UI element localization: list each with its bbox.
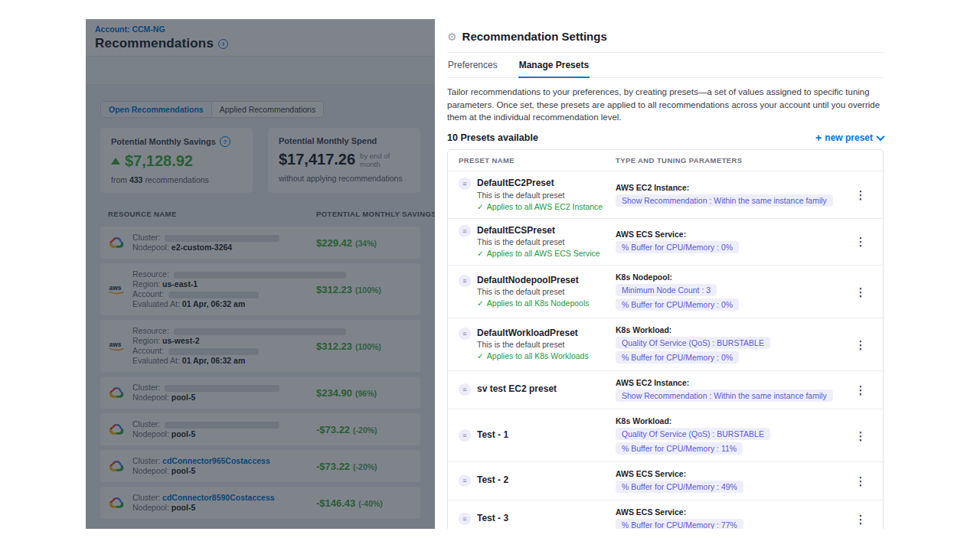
column-actions xyxy=(849,156,872,165)
preset-name: Test - 1 xyxy=(477,430,508,440)
preset-name: Test - 2 xyxy=(477,475,508,485)
settings-tabs: PreferencesManage Presets xyxy=(447,53,884,78)
preset-row: ≡sv test EC2 presetAWS EC2 Instance:Show… xyxy=(448,370,883,409)
preset-row: ≡DefaultNodepoolPresetThis is the defaul… xyxy=(448,265,883,318)
presets-count-label: 10 Presets available xyxy=(447,132,538,143)
preset-row: ≡Test - 2AWS ECS Service:% Buffer for CP… xyxy=(448,461,883,500)
presets-table-header: PRESET NAME TYPE AND TUNING PARAMETERS xyxy=(448,150,883,171)
preset-name-cell: ≡Test - 1 xyxy=(459,427,616,445)
preset-name-cell: ≡DefaultECSPresetThis is the default pre… xyxy=(459,223,616,262)
preset-row: ≡Test - 1K8s Workload:Quality Of Service… xyxy=(448,409,883,461)
tuning-parameter-chip: Minimum Node Count : 3 xyxy=(616,284,717,296)
preset-type-label: K8s Workload: xyxy=(616,325,849,334)
preset-name-cell: ≡sv test EC2 preset xyxy=(459,381,616,399)
row-actions-kebab-icon[interactable]: ⋮ xyxy=(856,430,866,442)
preset-icon: ≡ xyxy=(459,275,471,287)
preset-params-cell: AWS ECS Service:% Buffer for CPU/Memory … xyxy=(616,227,849,256)
column-type-and-tuning-parameters: TYPE AND TUNING PARAMETERS xyxy=(616,156,849,165)
recommendations-page: Account: CCM-NG Recommendations i Open R… xyxy=(86,19,435,529)
new-preset-label: new preset xyxy=(825,132,873,143)
preset-params-cell: K8s Workload:Quality Of Service (QoS) : … xyxy=(616,413,849,458)
preset-icon: ≡ xyxy=(459,225,471,237)
presets-table: PRESET NAME TYPE AND TUNING PARAMETERS ≡… xyxy=(447,149,884,529)
preset-applies: ✓Applies to all K8s Nodepools xyxy=(477,298,589,308)
preset-applies: ✓Applies to all AWS EC2 Instance xyxy=(477,202,603,211)
preset-name: sv test EC2 preset xyxy=(477,384,557,394)
check-icon: ✓ xyxy=(477,249,484,258)
preset-row: ≡DefaultEC2PresetThis is the default pre… xyxy=(448,171,883,218)
preset-name-cell: ≡DefaultEC2PresetThis is the default pre… xyxy=(459,175,616,214)
drawer-title: Recommendation Settings xyxy=(462,30,607,43)
check-icon: ✓ xyxy=(477,298,484,308)
column-preset-name: PRESET NAME xyxy=(459,156,616,165)
preset-name-cell: ≡DefaultWorkloadPresetThis is the defaul… xyxy=(459,325,616,364)
tuning-parameter-chip: % Buffer for CPU/Memory : 0% xyxy=(616,298,739,311)
preset-name-cell: ≡DefaultNodepoolPresetThis is the defaul… xyxy=(459,272,616,311)
row-actions-kebab-icon[interactable]: ⋮ xyxy=(856,236,866,247)
preset-params-cell: K8s Nodepool:Minimum Node Count : 3% Buf… xyxy=(616,269,849,314)
new-preset-button[interactable]: + new preset xyxy=(815,132,884,143)
preset-description: This is the default preset xyxy=(477,237,600,246)
preset-name-cell: ≡Test - 3 xyxy=(459,510,616,528)
preset-type-label: AWS EC2 Instance: xyxy=(616,378,849,387)
preset-icon: ≡ xyxy=(459,328,471,340)
check-icon: ✓ xyxy=(477,351,484,360)
preset-row: ≡Test - 3AWS ECS Service:% Buffer for CP… xyxy=(448,500,883,529)
gear-icon: ⚙ xyxy=(447,31,457,42)
preset-applies: ✓Applies to all AWS ECS Service xyxy=(477,249,600,258)
preset-name: DefaultEC2Preset xyxy=(477,178,603,188)
row-actions-kebab-icon[interactable]: ⋮ xyxy=(856,339,866,350)
modal-backdrop[interactable] xyxy=(86,19,435,529)
preset-icon: ≡ xyxy=(459,429,471,442)
tuning-parameter-chip: % Buffer for CPU/Memory : 11% xyxy=(616,442,743,455)
check-icon: ✓ xyxy=(477,202,484,211)
preset-name: DefaultWorkloadPreset xyxy=(477,328,589,338)
presets-description: Tailor recommendations to your preferenc… xyxy=(447,86,884,124)
preset-row: ≡DefaultECSPresetThis is the default pre… xyxy=(448,218,883,266)
preset-params-cell: K8s Workload:Quality Of Service (QoS) : … xyxy=(616,322,849,367)
preset-name: DefaultECSPreset xyxy=(477,226,600,236)
tuning-parameter-chip: Show Recommendation : Within the same in… xyxy=(616,390,833,402)
preset-icon: ≡ xyxy=(459,178,471,190)
screenshot-canvas: Account: CCM-NG Recommendations i Open R… xyxy=(0,0,980,551)
preset-params-cell: AWS ECS Service:% Buffer for CPU/Memory … xyxy=(616,466,849,496)
tab-manage-presets[interactable]: Manage Presets xyxy=(518,53,590,78)
preset-params-cell: AWS ECS Service:% Buffer for CPU/Memory … xyxy=(616,504,849,529)
chevron-down-icon xyxy=(876,132,884,141)
tuning-parameter-chip: Quality Of Service (QoS) : BURSTABLE xyxy=(616,337,770,349)
preset-type-label: AWS ECS Service: xyxy=(616,507,849,517)
preset-description: This is the default preset xyxy=(477,191,603,200)
preset-icon: ≡ xyxy=(459,474,471,487)
row-actions-kebab-icon[interactable]: ⋮ xyxy=(856,384,866,396)
row-actions-kebab-icon[interactable]: ⋮ xyxy=(856,286,866,298)
preset-description: This is the default preset xyxy=(477,287,589,296)
preset-type-label: AWS EC2 Instance: xyxy=(616,183,849,192)
preset-name: Test - 3 xyxy=(477,514,508,523)
row-actions-kebab-icon[interactable]: ⋮ xyxy=(856,514,866,525)
preset-description: This is the default preset xyxy=(477,340,589,349)
preset-applies: ✓Applies to all K8s Workloads xyxy=(477,351,589,360)
tuning-parameter-chip: Quality Of Service (QoS) : BURSTABLE xyxy=(616,428,770,440)
plus-icon: + xyxy=(815,132,822,143)
presets-table-body: ≡DefaultEC2PresetThis is the default pre… xyxy=(448,171,883,529)
preset-icon: ≡ xyxy=(459,383,471,396)
tuning-parameter-chip: % Buffer for CPU/Memory : 49% xyxy=(616,481,743,493)
row-actions-kebab-icon[interactable]: ⋮ xyxy=(856,189,866,201)
preset-type-label: K8s Nodepool: xyxy=(616,272,849,282)
preset-name-cell: ≡Test - 2 xyxy=(459,472,616,490)
tuning-parameter-chip: % Buffer for CPU/Memory : 0% xyxy=(616,351,739,364)
preset-type-label: K8s Workload: xyxy=(616,416,849,425)
preset-params-cell: AWS EC2 Instance:Show Recommendation : W… xyxy=(616,375,849,405)
preset-type-label: AWS ECS Service: xyxy=(616,230,849,239)
row-actions-kebab-icon[interactable]: ⋮ xyxy=(856,475,866,487)
preset-name: DefaultNodepoolPreset xyxy=(477,276,589,285)
tuning-parameter-chip: % Buffer for CPU/Memory : 0% xyxy=(616,241,739,253)
tuning-parameter-chip: % Buffer for CPU/Memory : 77% xyxy=(616,519,743,529)
preset-type-label: AWS ECS Service: xyxy=(616,469,849,478)
preset-icon: ≡ xyxy=(459,513,471,525)
recommendation-settings-drawer: ⚙ Recommendation Settings PreferencesMan… xyxy=(435,19,894,529)
preset-row: ≡DefaultWorkloadPresetThis is the defaul… xyxy=(448,318,883,370)
tab-preferences[interactable]: Preferences xyxy=(447,53,498,78)
preset-params-cell: AWS EC2 Instance:Show Recommendation : W… xyxy=(616,180,849,210)
tuning-parameter-chip: Show Recommendation : Within the same in… xyxy=(616,194,833,207)
